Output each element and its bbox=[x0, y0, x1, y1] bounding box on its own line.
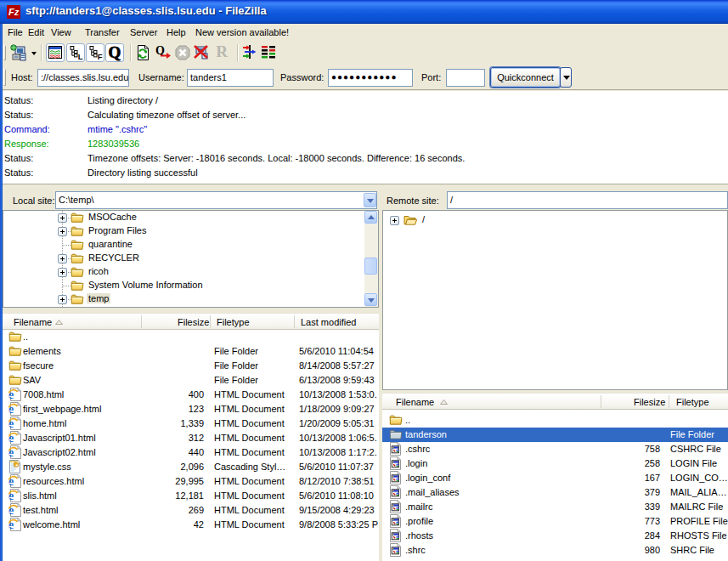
svg-text:Fz: Fz bbox=[8, 7, 20, 17]
svg-text:L: L bbox=[78, 52, 83, 61]
svg-text:F: F bbox=[98, 52, 103, 61]
